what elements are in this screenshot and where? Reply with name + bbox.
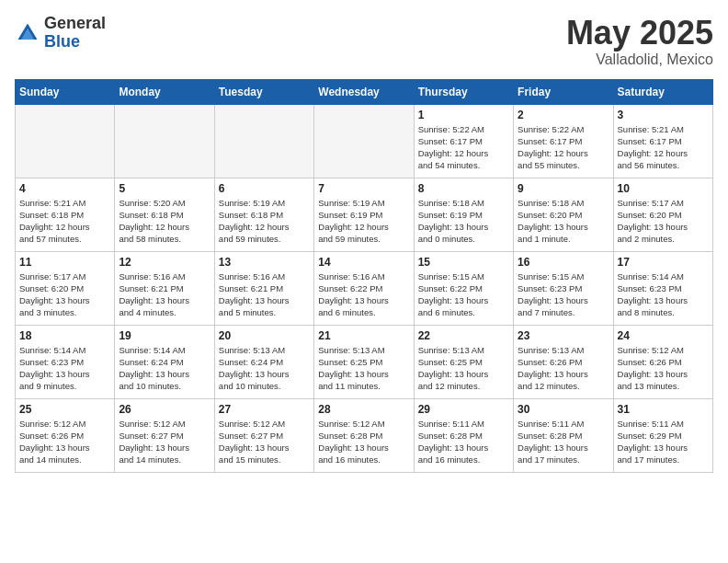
day-number: 16 xyxy=(518,256,609,269)
day-number: 22 xyxy=(418,329,509,342)
day-info: Sunrise: 5:12 AM Sunset: 6:26 PM Dayligh… xyxy=(19,418,110,466)
day-number: 21 xyxy=(318,329,409,342)
calendar-cell: 20Sunrise: 5:13 AM Sunset: 6:24 PM Dayli… xyxy=(214,325,313,398)
calendar-cell: 21Sunrise: 5:13 AM Sunset: 6:25 PM Dayli… xyxy=(314,325,414,398)
calendar-cell xyxy=(16,104,115,178)
calendar-cell: 12Sunrise: 5:16 AM Sunset: 6:21 PM Dayli… xyxy=(115,251,214,325)
day-number: 29 xyxy=(418,403,509,416)
day-number: 10 xyxy=(618,182,709,195)
col-header-wednesday: Wednesday xyxy=(314,79,414,104)
day-number: 12 xyxy=(119,256,210,269)
day-info: Sunrise: 5:12 AM Sunset: 6:28 PM Dayligh… xyxy=(318,418,409,466)
day-info: Sunrise: 5:13 AM Sunset: 6:25 PM Dayligh… xyxy=(418,344,509,393)
col-header-monday: Monday xyxy=(115,79,214,104)
day-info: Sunrise: 5:16 AM Sunset: 6:21 PM Dayligh… xyxy=(219,270,310,319)
day-info: Sunrise: 5:13 AM Sunset: 6:24 PM Dayligh… xyxy=(219,344,310,393)
title-block: May 2025 Valladolid, Mexico xyxy=(566,15,713,68)
calendar-cell: 28Sunrise: 5:12 AM Sunset: 6:28 PM Dayli… xyxy=(314,398,414,472)
calendar-cell: 3Sunrise: 5:21 AM Sunset: 6:17 PM Daylig… xyxy=(613,104,712,178)
day-number: 3 xyxy=(618,109,709,121)
day-number: 7 xyxy=(318,182,409,195)
logo-icon xyxy=(15,20,40,46)
calendar-cell xyxy=(314,104,414,178)
calendar-table: SundayMondayTuesdayWednesdayThursdayFrid… xyxy=(15,79,713,473)
day-info: Sunrise: 5:19 AM Sunset: 6:19 PM Dayligh… xyxy=(318,197,409,246)
day-number: 23 xyxy=(518,329,609,342)
calendar-cell: 10Sunrise: 5:17 AM Sunset: 6:20 PM Dayli… xyxy=(613,178,712,251)
day-number: 20 xyxy=(219,329,310,342)
day-number: 6 xyxy=(219,182,310,195)
calendar-cell: 2Sunrise: 5:22 AM Sunset: 6:17 PM Daylig… xyxy=(514,104,613,178)
calendar-cell: 26Sunrise: 5:12 AM Sunset: 6:27 PM Dayli… xyxy=(115,398,214,472)
day-number: 19 xyxy=(119,329,210,342)
calendar-cell: 17Sunrise: 5:14 AM Sunset: 6:23 PM Dayli… xyxy=(613,251,712,325)
calendar-cell: 14Sunrise: 5:16 AM Sunset: 6:22 PM Dayli… xyxy=(314,251,414,325)
day-info: Sunrise: 5:22 AM Sunset: 6:17 PM Dayligh… xyxy=(518,123,609,172)
calendar-cell: 5Sunrise: 5:20 AM Sunset: 6:18 PM Daylig… xyxy=(115,178,214,251)
calendar-cell: 11Sunrise: 5:17 AM Sunset: 6:20 PM Dayli… xyxy=(16,251,115,325)
calendar-cell: 22Sunrise: 5:13 AM Sunset: 6:25 PM Dayli… xyxy=(414,325,513,398)
calendar-cell: 9Sunrise: 5:18 AM Sunset: 6:20 PM Daylig… xyxy=(514,178,613,251)
calendar-cell: 18Sunrise: 5:14 AM Sunset: 6:23 PM Dayli… xyxy=(16,325,115,398)
day-info: Sunrise: 5:12 AM Sunset: 6:27 PM Dayligh… xyxy=(119,418,210,466)
day-info: Sunrise: 5:13 AM Sunset: 6:26 PM Dayligh… xyxy=(518,344,609,393)
day-info: Sunrise: 5:20 AM Sunset: 6:18 PM Dayligh… xyxy=(119,197,210,246)
day-info: Sunrise: 5:14 AM Sunset: 6:23 PM Dayligh… xyxy=(618,270,709,319)
day-info: Sunrise: 5:16 AM Sunset: 6:21 PM Dayligh… xyxy=(119,270,210,319)
page-header: General Blue May 2025 Valladolid, Mexico xyxy=(15,15,713,68)
day-number: 14 xyxy=(318,256,409,269)
calendar-cell: 15Sunrise: 5:15 AM Sunset: 6:22 PM Dayli… xyxy=(414,251,513,325)
day-info: Sunrise: 5:14 AM Sunset: 6:23 PM Dayligh… xyxy=(19,344,110,393)
day-number: 4 xyxy=(19,182,110,195)
day-number: 1 xyxy=(418,109,509,121)
day-number: 13 xyxy=(219,256,310,269)
calendar-cell: 8Sunrise: 5:18 AM Sunset: 6:19 PM Daylig… xyxy=(414,178,513,251)
day-number: 30 xyxy=(518,403,609,416)
day-info: Sunrise: 5:17 AM Sunset: 6:20 PM Dayligh… xyxy=(19,270,110,319)
day-info: Sunrise: 5:22 AM Sunset: 6:17 PM Dayligh… xyxy=(418,123,509,172)
day-number: 17 xyxy=(618,256,709,269)
day-number: 28 xyxy=(318,403,409,416)
day-number: 24 xyxy=(618,329,709,342)
day-number: 26 xyxy=(119,403,210,416)
calendar-cell: 7Sunrise: 5:19 AM Sunset: 6:19 PM Daylig… xyxy=(314,178,414,251)
calendar-cell: 29Sunrise: 5:11 AM Sunset: 6:28 PM Dayli… xyxy=(414,398,513,472)
day-number: 25 xyxy=(19,403,110,416)
calendar-cell: 4Sunrise: 5:21 AM Sunset: 6:18 PM Daylig… xyxy=(16,178,115,251)
day-info: Sunrise: 5:18 AM Sunset: 6:19 PM Dayligh… xyxy=(418,197,509,246)
day-info: Sunrise: 5:14 AM Sunset: 6:24 PM Dayligh… xyxy=(119,344,210,393)
col-header-saturday: Saturday xyxy=(613,79,712,104)
calendar-cell: 27Sunrise: 5:12 AM Sunset: 6:27 PM Dayli… xyxy=(214,398,313,472)
day-number: 5 xyxy=(119,182,210,195)
day-number: 15 xyxy=(418,256,509,269)
day-info: Sunrise: 5:11 AM Sunset: 6:28 PM Dayligh… xyxy=(418,418,509,466)
day-info: Sunrise: 5:19 AM Sunset: 6:18 PM Dayligh… xyxy=(219,197,310,246)
calendar-cell: 24Sunrise: 5:12 AM Sunset: 6:26 PM Dayli… xyxy=(613,325,712,398)
day-info: Sunrise: 5:15 AM Sunset: 6:23 PM Dayligh… xyxy=(518,270,609,319)
day-info: Sunrise: 5:18 AM Sunset: 6:20 PM Dayligh… xyxy=(518,197,609,246)
day-info: Sunrise: 5:16 AM Sunset: 6:22 PM Dayligh… xyxy=(318,270,409,319)
calendar-cell xyxy=(115,104,214,178)
calendar-cell: 6Sunrise: 5:19 AM Sunset: 6:18 PM Daylig… xyxy=(214,178,313,251)
calendar-cell: 31Sunrise: 5:11 AM Sunset: 6:29 PM Dayli… xyxy=(613,398,712,472)
calendar-header-row: SundayMondayTuesdayWednesdayThursdayFrid… xyxy=(16,79,713,104)
day-info: Sunrise: 5:21 AM Sunset: 6:17 PM Dayligh… xyxy=(618,123,709,172)
logo-general-text: General xyxy=(44,15,106,33)
day-number: 31 xyxy=(618,403,709,416)
calendar-cell xyxy=(214,104,313,178)
logo-blue-text: Blue xyxy=(44,33,106,52)
calendar-week-5: 25Sunrise: 5:12 AM Sunset: 6:26 PM Dayli… xyxy=(16,398,713,472)
day-info: Sunrise: 5:12 AM Sunset: 6:26 PM Dayligh… xyxy=(618,344,709,393)
day-info: Sunrise: 5:12 AM Sunset: 6:27 PM Dayligh… xyxy=(219,418,310,466)
day-number: 27 xyxy=(219,403,310,416)
calendar-cell: 13Sunrise: 5:16 AM Sunset: 6:21 PM Dayli… xyxy=(214,251,313,325)
logo: General Blue xyxy=(15,15,106,52)
col-header-sunday: Sunday xyxy=(16,79,115,104)
col-header-thursday: Thursday xyxy=(414,79,513,104)
day-info: Sunrise: 5:11 AM Sunset: 6:29 PM Dayligh… xyxy=(618,418,709,466)
day-info: Sunrise: 5:13 AM Sunset: 6:25 PM Dayligh… xyxy=(318,344,409,393)
calendar-subtitle: Valladolid, Mexico xyxy=(566,52,713,68)
day-number: 2 xyxy=(518,109,609,121)
day-number: 18 xyxy=(19,329,110,342)
day-number: 9 xyxy=(518,182,609,195)
